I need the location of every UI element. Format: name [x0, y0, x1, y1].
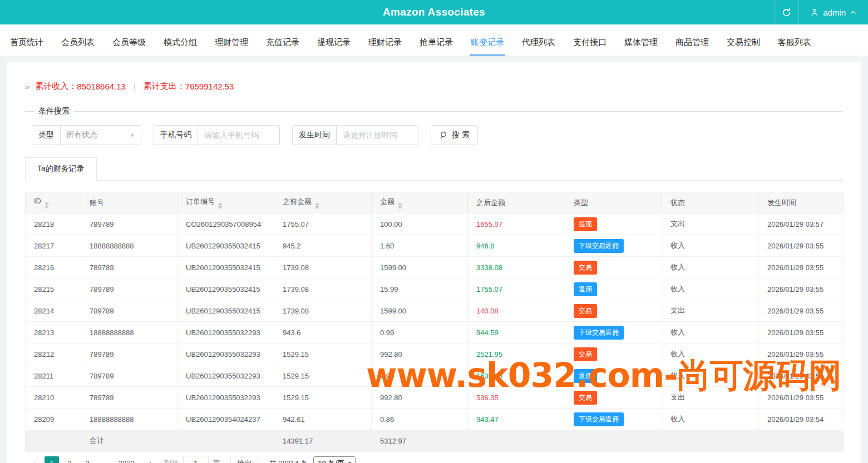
- nav-item[interactable]: 充值记录: [265, 28, 300, 56]
- cell-account: 789789: [81, 278, 177, 300]
- cell-order-no: UB2601290355032415: [177, 257, 274, 278]
- page-button[interactable]: 1: [45, 456, 59, 463]
- refresh-button[interactable]: [774, 0, 798, 24]
- nav-item[interactable]: 媒体管理: [623, 28, 659, 56]
- nav-item[interactable]: 理财管理: [214, 28, 249, 56]
- page-body: » 累计收入： 85018664.13 | 累计支出： 76599142.53 …: [0, 56, 868, 463]
- cell-account: 789789: [81, 213, 177, 235]
- nav-item[interactable]: 交易控制: [726, 28, 761, 56]
- sort-icon[interactable]: [315, 202, 319, 209]
- cell-id: 28211: [26, 365, 81, 387]
- cell-order-no: UB2601290355032415: [177, 235, 274, 257]
- cell-time: 2026/01/29 03:55: [759, 278, 844, 300]
- cell-account: 789789: [81, 387, 177, 409]
- nav-item[interactable]: 支付接口: [572, 28, 608, 56]
- cell-amount: 992.80: [372, 387, 468, 409]
- cell-amount: 1599.00: [372, 300, 468, 322]
- cell-before-amount: 1755.07: [274, 213, 372, 235]
- page-button[interactable]: 3: [80, 456, 95, 463]
- page-size-select[interactable]: 10 条/页 ▾: [313, 456, 356, 463]
- after-amount-value: 944.59: [476, 328, 499, 337]
- user-menu[interactable]: admin: [798, 0, 868, 24]
- cell-time: 2026/01/29 03:57: [759, 213, 844, 235]
- cell-account: 18888888888: [81, 322, 177, 343]
- cell-status: 收入: [662, 343, 759, 365]
- phone-label: 手机号码: [154, 126, 198, 145]
- nav-item[interactable]: 首页统计: [9, 28, 45, 56]
- type-select[interactable]: 所有状态 ▼: [61, 126, 141, 145]
- nav-item[interactable]: 客服列表: [777, 28, 812, 56]
- cell-account: 789789: [81, 300, 177, 322]
- page-button[interactable]: 2: [62, 456, 77, 463]
- search-button[interactable]: 搜 索: [431, 125, 478, 145]
- type-badge: 提现: [574, 217, 597, 231]
- phone-filter-group: 手机号码: [154, 125, 280, 145]
- column-label: 状态: [670, 198, 685, 207]
- table-row: 28212 789789 UB2601290355032293 1529.15 …: [26, 343, 844, 365]
- cell-type: 交易: [565, 257, 662, 278]
- cell-amount: 0.99: [372, 322, 468, 343]
- search-icon: [439, 131, 448, 140]
- cell-before-amount: 1529.15: [274, 387, 372, 409]
- cell-time: 2026/01/29 03:55: [759, 235, 844, 257]
- cell-after-amount: 140.08: [468, 300, 565, 322]
- cell-id: 28209: [26, 409, 81, 430]
- cell-order-no: UB2601290355032293: [177, 322, 274, 343]
- cell-id: 28215: [26, 278, 81, 300]
- cell-after-amount: 943.47: [468, 409, 565, 430]
- column-header: 账号: [81, 192, 177, 213]
- column-header: 类型: [565, 192, 662, 213]
- type-label: 类型: [32, 126, 61, 145]
- cell-status: 收入: [662, 235, 759, 257]
- page-button[interactable]: ...: [98, 456, 112, 463]
- cell-before-amount: 1739.08: [274, 300, 372, 322]
- nav-item[interactable]: 抢单记录: [418, 28, 454, 56]
- type-badge: 下级交易返佣: [574, 326, 624, 340]
- cell-after-amount: 536.35: [468, 387, 565, 409]
- nav-item[interactable]: 账变记录: [470, 28, 505, 56]
- cell-after-amount: 3338.08: [468, 257, 565, 278]
- tab-financial-records[interactable]: Ta的财务记录: [25, 157, 97, 181]
- type-badge: 交易: [574, 347, 597, 361]
- summary-row: 合计 14391.17 5312.97: [26, 430, 844, 452]
- chevron-down-icon: ▼: [130, 132, 135, 138]
- nav-item[interactable]: 会员列表: [60, 28, 96, 56]
- nav-item[interactable]: 提现记录: [316, 28, 352, 56]
- page-button[interactable]: 2822: [116, 456, 137, 463]
- cell-status: 支出: [662, 387, 759, 409]
- prev-page-button[interactable]: ‹: [27, 456, 41, 463]
- tab-bar: Ta的财务记录: [25, 157, 843, 181]
- nav-item[interactable]: 会员等级: [111, 28, 147, 56]
- nav-item[interactable]: 代理列表: [521, 28, 556, 56]
- double-chevron-icon: »: [25, 82, 29, 91]
- after-amount-value: 946.8: [476, 242, 495, 250]
- cell-time: 2026/01/29 03:55: [759, 300, 844, 322]
- cell-amount: 992.80: [372, 343, 468, 365]
- sort-icon[interactable]: [218, 202, 223, 209]
- nav-item[interactable]: 商品管理: [674, 28, 710, 56]
- phone-input[interactable]: [198, 126, 279, 145]
- column-header: 之后金额: [468, 192, 565, 213]
- time-input[interactable]: [337, 126, 418, 145]
- cell-id: 28210: [26, 387, 81, 409]
- jump-page-input[interactable]: [183, 456, 209, 463]
- cell-id: 28213: [26, 322, 81, 343]
- type-badge: 交易: [574, 391, 597, 405]
- cell-id: 28218: [26, 213, 81, 235]
- sort-icon[interactable]: [398, 202, 402, 209]
- nav-item[interactable]: 模式分组: [162, 28, 198, 56]
- next-page-button[interactable]: ›: [144, 456, 158, 463]
- nav-item[interactable]: 理财记录: [367, 28, 403, 56]
- chevron-up-icon: [850, 9, 857, 16]
- sort-icon[interactable]: [45, 202, 49, 208]
- cell-before-amount: 943.6: [274, 322, 372, 343]
- cell-id: 28212: [26, 343, 81, 365]
- cell-after-amount: 1539.08: [468, 365, 565, 387]
- column-label: 金额: [380, 197, 394, 206]
- table-row: 28211 789789 UB2601290355032293 1529.15 …: [26, 365, 844, 387]
- cell-type: 返佣: [565, 365, 662, 387]
- confirm-jump-button[interactable]: 确定: [230, 456, 258, 463]
- cell-id: 28217: [26, 235, 81, 257]
- search-fieldset: 条件搜索 类型 所有状态 ▼ 手机号码 发生时间: [25, 106, 843, 145]
- summary-amount-total: 5312.97: [372, 430, 468, 452]
